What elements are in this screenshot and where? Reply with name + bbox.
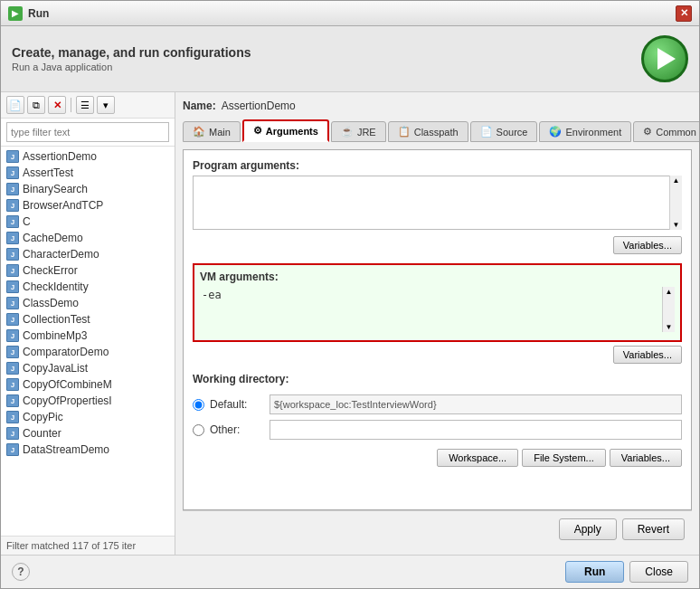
- common-tab-icon: ⚙: [643, 126, 652, 138]
- item-icon: J: [6, 183, 19, 195]
- item-label: AssertTest: [23, 166, 73, 179]
- vm-args-input[interactable]: -ea: [200, 287, 675, 332]
- classpath-tab-icon: 📋: [398, 126, 411, 138]
- item-icon: J: [6, 378, 19, 391]
- item-icon: J: [6, 313, 19, 326]
- close-window-button[interactable]: ✕: [676, 5, 692, 22]
- list-item[interactable]: J AssertionDemo: [1, 148, 175, 165]
- item-label: CopyPic: [23, 411, 63, 423]
- other-radio-label: Other:: [210, 423, 264, 436]
- item-label: BrowserAndTCP: [23, 199, 103, 212]
- env-tab-icon: 🌍: [549, 126, 562, 138]
- main-tab-label: Main: [209, 127, 231, 138]
- filter-button[interactable]: ☰: [76, 96, 94, 114]
- search-box: [1, 119, 175, 147]
- name-row: Name: AssertionDemo: [183, 100, 692, 112]
- new-config-button[interactable]: 📄: [6, 96, 24, 114]
- item-label: ClassDemo: [23, 297, 79, 309]
- item-label: CollectionTest: [23, 313, 90, 326]
- list-item[interactable]: J C: [1, 214, 175, 230]
- item-icon: J: [6, 199, 19, 212]
- file-system-button[interactable]: File System...: [522, 449, 606, 467]
- other-radio[interactable]: [193, 424, 204, 436]
- list-item[interactable]: J AssertTest: [1, 165, 175, 181]
- run-button[interactable]: Run: [565, 561, 624, 583]
- list-item[interactable]: J BinarySearch: [1, 181, 175, 197]
- workspace-button[interactable]: Workspace...: [437, 449, 518, 467]
- toolbar-separator: [71, 98, 71, 112]
- list-item[interactable]: J CharacterDemo: [1, 246, 175, 262]
- item-label: BinarySearch: [23, 183, 88, 195]
- list-item[interactable]: J ComparatorDemo: [1, 344, 175, 360]
- search-input[interactable]: [6, 122, 169, 142]
- program-args-input[interactable]: [193, 176, 682, 230]
- item-icon: J: [6, 443, 19, 456]
- item-icon: J: [6, 411, 19, 423]
- footer-buttons: Run Close: [565, 561, 688, 583]
- variables-dir-button[interactable]: Variables...: [610, 449, 682, 467]
- tab-environment[interactable]: 🌍 Environment: [539, 121, 631, 142]
- tab-main[interactable]: 🏠 Main: [183, 121, 241, 142]
- working-dir-label: Working directory:: [193, 373, 682, 385]
- tab-common[interactable]: ⚙ Common: [633, 121, 699, 142]
- apply-button[interactable]: Apply: [559, 518, 617, 540]
- source-tab-label: Source: [497, 127, 528, 138]
- default-dir-input[interactable]: [270, 394, 682, 414]
- list-item[interactable]: J CheckError: [1, 262, 175, 279]
- tab-arguments[interactable]: ⚙ Arguments: [242, 119, 329, 142]
- list-item[interactable]: J BrowserAndTCP: [1, 197, 175, 214]
- right-panel: Name: AssertionDemo 🏠 Main ⚙ Arguments ☕…: [175, 92, 699, 555]
- help-button[interactable]: ?: [12, 563, 30, 581]
- program-args-section: Program arguments: ▲ ▼ Variables...: [193, 159, 682, 254]
- close-button[interactable]: Close: [629, 561, 688, 583]
- classpath-tab-label: Classpath: [414, 127, 459, 138]
- item-icon: J: [6, 394, 19, 407]
- item-label: DataStreamDemo: [23, 443, 109, 456]
- item-icon: J: [6, 215, 19, 228]
- scrollbar: ▲ ▼: [669, 176, 682, 230]
- working-dir-section: Working directory: Default: Other: Works…: [193, 373, 682, 467]
- content-area: Program arguments: ▲ ▼ Variables... VM: [183, 149, 692, 510]
- list-item[interactable]: J DataStreamDemo: [1, 442, 175, 458]
- more-button[interactable]: ▾: [97, 96, 115, 114]
- tree-list: J AssertionDemo J AssertTest J BinarySea…: [1, 147, 175, 536]
- tab-source[interactable]: 📄 Source: [470, 121, 538, 142]
- list-item[interactable]: J CacheDemo: [1, 230, 175, 246]
- list-item[interactable]: J CopyPic: [1, 409, 175, 425]
- list-item[interactable]: J Counter: [1, 425, 175, 442]
- name-value: AssertionDemo: [222, 100, 296, 112]
- list-item[interactable]: J ClassDemo: [1, 295, 175, 311]
- env-tab-label: Environment: [565, 127, 621, 138]
- tab-classpath[interactable]: 📋 Classpath: [388, 121, 468, 142]
- default-radio[interactable]: [193, 399, 204, 411]
- program-args-variables-button[interactable]: Variables...: [613, 236, 682, 254]
- tab-jre[interactable]: ☕ JRE: [331, 121, 386, 142]
- item-label: CopyOfCombineM: [23, 378, 112, 391]
- other-dir-input[interactable]: [270, 420, 682, 440]
- list-item[interactable]: J CopyJavaList: [1, 360, 175, 376]
- item-icon: J: [6, 150, 19, 163]
- title-bar: ▶ Run ✕: [1, 1, 699, 26]
- item-label: CharacterDemo: [23, 248, 99, 261]
- run-dialog: ▶ Run ✕ Create, manage, and run configur…: [0, 0, 700, 589]
- revert-button[interactable]: Revert: [622, 518, 685, 540]
- vm-args-label: VM arguments:: [200, 271, 675, 283]
- delete-button[interactable]: ✕: [48, 96, 66, 114]
- common-tab-label: Common: [656, 127, 696, 138]
- vm-args-variables-button[interactable]: Variables...: [613, 346, 682, 364]
- item-label: CheckIdentity: [23, 280, 89, 293]
- vm-scrollbar: ▲ ▼: [662, 287, 675, 332]
- window-title: Run: [28, 7, 49, 20]
- item-label: CombineMp3: [23, 329, 87, 342]
- list-item[interactable]: J CopyOfCombineM: [1, 376, 175, 393]
- run-icon-button[interactable]: [641, 35, 688, 82]
- list-item[interactable]: J CombineMp3: [1, 328, 175, 344]
- list-item[interactable]: J CheckIdentity: [1, 279, 175, 295]
- other-radio-row: Other:: [193, 420, 682, 440]
- item-icon: J: [6, 232, 19, 244]
- list-item[interactable]: J CopyOfPropertiesI: [1, 393, 175, 409]
- bottom-buttons: Apply Revert: [183, 510, 692, 547]
- duplicate-button[interactable]: ⧉: [27, 96, 45, 114]
- list-item[interactable]: J CollectionTest: [1, 311, 175, 328]
- source-tab-icon: 📄: [480, 126, 493, 138]
